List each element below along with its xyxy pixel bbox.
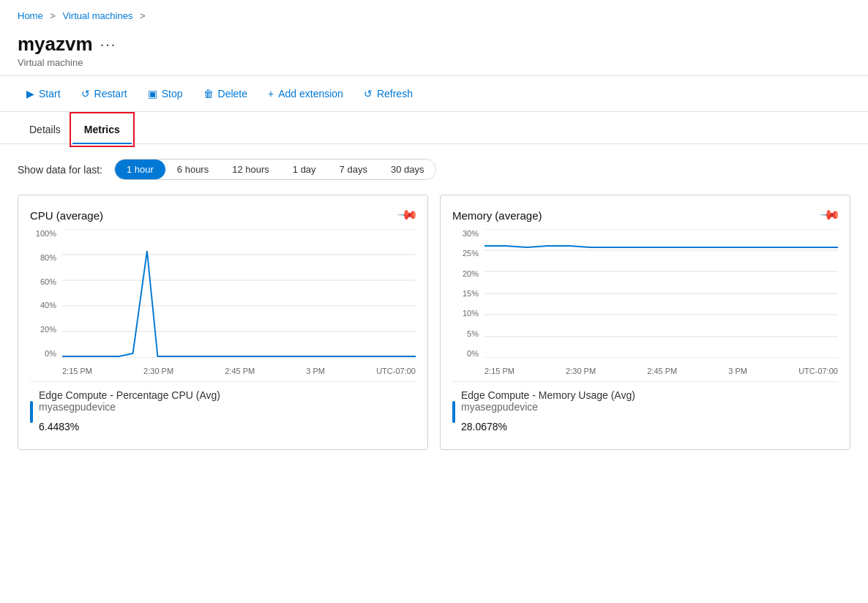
memory-legend-value: 28.0678%: [461, 414, 635, 435]
cpu-pin-icon[interactable]: 📌: [396, 203, 419, 226]
memory-pin-icon[interactable]: 📌: [818, 203, 841, 226]
cpu-chart-card: CPU (average) 📌 100% 80% 60% 40% 20% 0%: [18, 195, 428, 450]
memory-chart-title: Memory (average): [452, 209, 542, 222]
refresh-button[interactable]: ↺ Refresh: [355, 83, 422, 104]
charts-grid: CPU (average) 📌 100% 80% 60% 40% 20% 0%: [18, 195, 850, 450]
cpu-legend: Edge Compute - Percentage CPU (Avg) myas…: [30, 381, 416, 435]
time-pill-30days[interactable]: 30 days: [379, 160, 436, 179]
add-icon: +: [268, 88, 274, 100]
delete-button[interactable]: 🗑 Delete: [195, 83, 256, 104]
breadcrumb-vms[interactable]: Virtual machines: [63, 10, 133, 21]
time-pill-7days[interactable]: 7 days: [328, 160, 379, 179]
breadcrumb-sep2: >: [140, 10, 146, 21]
stop-icon: ▣: [148, 88, 157, 100]
cpu-y-axis: 100% 80% 60% 40% 20% 0%: [30, 229, 59, 358]
cpu-legend-device: myasegpudevice: [39, 401, 220, 413]
breadcrumb-sep1: >: [50, 10, 56, 21]
memory-legend: Edge Compute - Memory Usage (Avg) myaseg…: [452, 381, 838, 435]
restart-button[interactable]: ↺ Restart: [72, 83, 136, 104]
tab-details[interactable]: Details: [18, 115, 72, 144]
memory-legend-color: [452, 401, 455, 423]
stop-button[interactable]: ▣ Stop: [139, 83, 192, 104]
cpu-legend-value: 6.4483%: [39, 414, 220, 435]
add-extension-button[interactable]: + Add extension: [259, 83, 352, 104]
cpu-x-axis: 2:15 PM 2:30 PM 2:45 PM 3 PM UTC-07:00: [62, 367, 416, 375]
start-icon: ▶: [26, 88, 34, 100]
time-pill-1day[interactable]: 1 day: [281, 160, 328, 179]
memory-x-axis: 2:15 PM 2:30 PM 2:45 PM 3 PM UTC-07:00: [484, 367, 838, 375]
page-title: myazvm: [18, 33, 93, 56]
time-pill-6hours[interactable]: 6 hours: [165, 160, 220, 179]
time-pill-1hour[interactable]: 1 hour: [115, 160, 165, 179]
page-header: myazvm ··· Virtual machine: [0, 29, 868, 75]
cpu-chart-area: 100% 80% 60% 40% 20% 0%: [30, 229, 416, 375]
main-content: Show data for last: 1 hour 6 hours 12 ho…: [0, 144, 868, 465]
time-filter-label: Show data for last:: [18, 164, 102, 176]
memory-legend-name: Edge Compute - Memory Usage (Avg): [461, 389, 635, 401]
memory-chart-card: Memory (average) 📌 30% 25% 20% 15% 10% 5…: [440, 195, 850, 450]
memory-chart-svg: [484, 229, 838, 358]
time-filter-pills: 1 hour 6 hours 12 hours 1 day 7 days 30 …: [114, 159, 437, 180]
breadcrumb-home[interactable]: Home: [18, 10, 43, 21]
memory-y-axis: 30% 25% 20% 15% 10% 5% 0%: [452, 229, 482, 358]
tabs: Details Metrics: [0, 115, 868, 144]
memory-chart-area: 30% 25% 20% 15% 10% 5% 0%: [452, 229, 838, 375]
more-options-button[interactable]: ···: [100, 36, 117, 53]
cpu-chart-body: [62, 229, 416, 358]
restart-icon: ↺: [81, 88, 90, 100]
breadcrumb: Home > Virtual machines >: [0, 0, 868, 29]
delete-icon: 🗑: [203, 88, 214, 100]
memory-chart-body: [484, 229, 838, 358]
toolbar: ▶ Start ↺ Restart ▣ Stop 🗑 Delete + Add …: [0, 75, 868, 112]
cpu-legend-color: [30, 401, 33, 423]
time-pill-12hours[interactable]: 12 hours: [220, 160, 281, 179]
page-subtitle: Virtual machine: [18, 57, 850, 68]
refresh-icon: ↺: [364, 88, 373, 100]
start-button[interactable]: ▶ Start: [18, 83, 70, 104]
time-filter-row: Show data for last: 1 hour 6 hours 12 ho…: [18, 159, 850, 180]
tab-metrics[interactable]: Metrics: [72, 115, 132, 144]
memory-legend-device: myasegpudevice: [461, 401, 635, 413]
cpu-chart-svg: [62, 229, 416, 358]
cpu-chart-title: CPU (average): [30, 209, 103, 222]
cpu-legend-name: Edge Compute - Percentage CPU (Avg): [39, 389, 220, 401]
